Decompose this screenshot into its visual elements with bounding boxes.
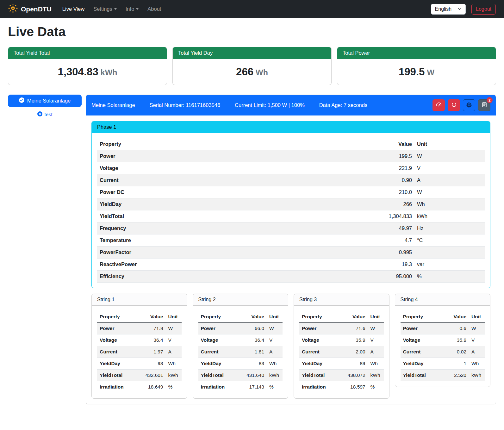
power-button[interactable]: [448, 99, 460, 111]
card-value: 199.5: [399, 66, 425, 78]
language-select[interactable]: English: [431, 4, 466, 15]
property-cell: YieldDay: [401, 358, 442, 370]
unit-cell: V: [414, 162, 485, 174]
property-cell: Power DC: [97, 186, 287, 198]
nav-about[interactable]: About: [143, 3, 165, 15]
property-cell: Current: [198, 346, 237, 358]
property-cell: Efficiency: [97, 271, 287, 283]
unit-cell: W: [414, 150, 485, 162]
value-cell: 83: [237, 358, 267, 370]
unit-cell: A: [469, 346, 485, 358]
table-row: YieldDay 89 Wh: [299, 358, 384, 370]
unit-cell: A: [414, 174, 485, 186]
value-cell: 18.597: [338, 381, 368, 393]
chevron-down-icon: [114, 8, 117, 10]
property-cell: PowerFactor: [97, 246, 287, 259]
unit-header: Unit: [267, 311, 283, 323]
string-body: Property Value Unit Power: [92, 306, 187, 398]
value-cell: 19.3: [287, 259, 414, 271]
value-cell: 36.4: [135, 334, 165, 346]
table-header-row: Property Value Unit: [97, 138, 485, 150]
table-row: Power 66.0 W: [198, 323, 283, 334]
string-table: Property Value Unit Power: [198, 311, 283, 393]
string-1-card: String 1 Property Value Unit: [91, 294, 187, 399]
table-row: Current 0.02 A: [401, 346, 485, 358]
property-cell: Current: [299, 346, 338, 358]
x-circle-icon: [37, 111, 42, 118]
table-row: Irradiation 18.649 %: [97, 381, 182, 393]
journal-list-icon: [482, 102, 487, 109]
inverter-name: Meine Solaranlage: [91, 102, 135, 108]
total-yield-day-card: Total Yield Day 266Wh: [172, 47, 332, 85]
card-unit: W: [427, 68, 434, 77]
property-cell: Irradiation: [97, 381, 135, 393]
table-row: Voltage 221.9 V: [97, 162, 485, 174]
string-2-card: String 2 Property Value Unit: [193, 294, 289, 399]
property-header: Property: [198, 311, 237, 323]
unit-cell: Hz: [414, 222, 485, 234]
table-row: YieldDay 93 Wh: [97, 358, 182, 370]
table-row: YieldTotal 431.640 kWh: [198, 370, 283, 381]
unit-cell: V: [267, 334, 283, 346]
value-cell: 49.97: [287, 222, 414, 234]
event-count-badge: 2: [487, 97, 493, 103]
value-cell: 18.649: [135, 381, 165, 393]
unit-cell: W: [469, 323, 485, 334]
value-cell: 66.0: [237, 323, 267, 334]
value-cell: 71.8: [135, 323, 165, 334]
limit-settings-button[interactable]: [432, 99, 445, 111]
value-cell: 1.97: [135, 346, 165, 358]
property-header: Property: [97, 138, 287, 150]
value-cell: 95.000: [287, 271, 414, 283]
unit-cell: %: [414, 271, 485, 283]
event-log-button[interactable]: 2: [478, 99, 490, 111]
test-inverter-item[interactable]: test: [8, 111, 82, 118]
unit-cell: Wh: [469, 358, 485, 370]
table-header-row: Property Value Unit: [299, 311, 384, 323]
table-row: YieldDay 83 Wh: [198, 358, 283, 370]
nav-live-view[interactable]: Live View: [58, 3, 89, 15]
table-row: Current 1.97 A: [97, 346, 182, 358]
table-row: Voltage 36.4 V: [97, 334, 182, 346]
unit-cell: Wh: [267, 358, 283, 370]
property-cell: YieldTotal: [198, 370, 237, 381]
table-row: Power 0.6 W: [401, 323, 485, 334]
property-cell: YieldDay: [97, 198, 287, 210]
language-value: English: [435, 6, 451, 12]
nav-info[interactable]: Info: [121, 3, 143, 15]
value-cell: 36.4: [237, 334, 267, 346]
device-info-button[interactable]: [463, 99, 475, 111]
logout-button[interactable]: Logout: [471, 4, 496, 15]
property-cell: ReactivePower: [97, 259, 287, 271]
table-row: YieldTotal 1,304.833 kWh: [97, 210, 485, 222]
property-cell: YieldTotal: [97, 370, 135, 381]
strings-row: String 1 Property Value Unit: [91, 294, 490, 399]
card-value: 1,304.83: [58, 66, 98, 78]
string-title: String 3: [294, 294, 389, 306]
unit-header: Unit: [166, 311, 182, 323]
table-row: Power 71.8 W: [97, 323, 182, 334]
brand[interactable]: OpenDTU: [8, 3, 52, 15]
table-header-row: Property Value Unit: [198, 311, 283, 323]
inverter-serial: Serial Number: 116171603546: [150, 102, 221, 108]
unit-cell: Wh: [368, 358, 384, 370]
unit-cell: kWh: [469, 370, 485, 381]
unit-cell: kWh: [166, 370, 182, 381]
table-row: Power DC 210.0 W: [97, 186, 485, 198]
property-cell: YieldDay: [97, 358, 135, 370]
value-cell: 438.072: [338, 370, 368, 381]
inverter-data-age: Data Age: 7 seconds: [319, 102, 367, 108]
table-row: ReactivePower 19.3 var: [97, 259, 485, 271]
table-row: Irradiation 17.143 %: [198, 381, 283, 393]
inverter-select-button[interactable]: Meine Solaranlage: [8, 95, 82, 107]
value-cell: 431.640: [237, 370, 267, 381]
inverter-panel-header: Meine Solaranlage Serial Number: 1161716…: [86, 95, 496, 115]
table-row: YieldDay 266 Wh: [97, 198, 485, 210]
value-cell: 17.143: [237, 381, 267, 393]
unit-cell: V: [166, 334, 182, 346]
nav-settings[interactable]: Settings: [89, 3, 121, 15]
table-header-row: Property Value Unit: [401, 311, 485, 323]
phase-card: Phase 1 Property Value Unit: [91, 121, 490, 288]
value-cell: 1: [442, 358, 469, 370]
phase-table: Property Value Unit Power: [97, 138, 485, 283]
